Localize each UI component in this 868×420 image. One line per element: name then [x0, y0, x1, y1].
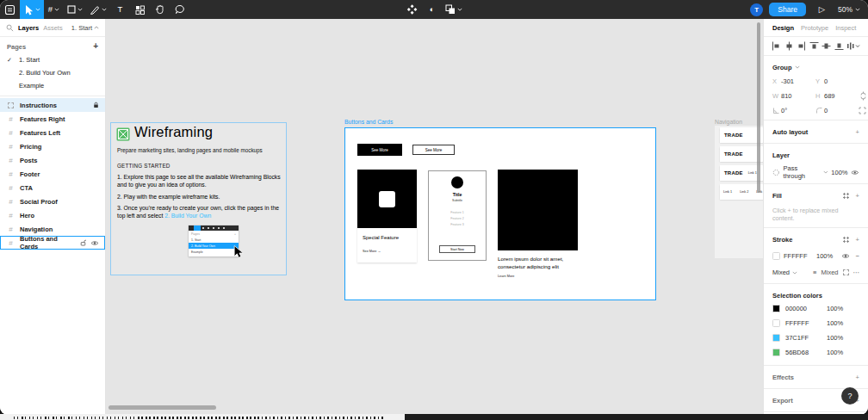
main-menu-button[interactable] [0, 0, 20, 19]
tab-inspect[interactable]: Inspect [835, 24, 856, 32]
stroke-more-options[interactable]: ⋯ [853, 269, 860, 276]
selection-color-row[interactable]: 56BD68 100% [772, 345, 859, 360]
layer-row-instructions[interactable]: Instructions [0, 98, 105, 112]
pen-tool-button[interactable] [86, 0, 110, 19]
text-tool-button[interactable]: T [110, 0, 130, 19]
align-right-icon[interactable] [797, 41, 806, 51]
selection-color-row[interactable]: 37C1FF 100% [772, 330, 859, 345]
color-swatch[interactable] [772, 319, 780, 327]
add-fill-button[interactable]: + [856, 192, 859, 200]
align-top-icon[interactable] [809, 41, 819, 51]
distribute-tidy-icon[interactable] [846, 41, 860, 51]
zoom-select[interactable]: 50% [838, 5, 860, 14]
color-swatch[interactable] [772, 334, 780, 342]
eye-icon[interactable] [90, 240, 99, 246]
corner-radius-value[interactable]: 0 [824, 107, 859, 114]
tab-layers[interactable]: Layers [18, 24, 39, 32]
tab-prototype[interactable]: Prototype [801, 24, 828, 32]
independent-corners-icon[interactable] [859, 107, 866, 114]
y-value[interactable]: 0 [824, 77, 859, 85]
special-feature-card[interactable]: Special Feature See More → [357, 170, 417, 262]
add-effect-button[interactable]: + [856, 374, 859, 381]
build-your-own-link[interactable]: 2. Build Your Own [164, 213, 211, 219]
stroke-position-dropdown[interactable]: Mixed [772, 269, 790, 276]
align-bottom-icon[interactable] [834, 41, 844, 51]
tab-assets[interactable]: Assets [43, 24, 63, 32]
page-item-start[interactable]: ✓ 1. Start [0, 53, 105, 66]
avatar[interactable]: T [750, 3, 763, 16]
rotation-value[interactable]: 0° [781, 107, 815, 114]
color-swatch[interactable] [772, 349, 780, 356]
selection-color-row[interactable]: FFFFFF 100% [772, 316, 859, 330]
add-page-button[interactable]: + [93, 42, 98, 51]
layer-row-buttons-and-cards[interactable]: # Buttons and Cards [0, 236, 105, 250]
stroke-opacity-value[interactable]: 100% [816, 252, 838, 260]
layer-row-social-proof[interactable]: # Social Proof [0, 195, 105, 208]
instructions-frame[interactable]: Wireframing Prepare marketing sites, lan… [110, 122, 287, 275]
mask-button[interactable]: ◐ [422, 0, 442, 19]
large-image-placeholder[interactable] [498, 170, 578, 250]
see-more-primary-button[interactable]: See More [357, 144, 402, 156]
share-button[interactable]: Share [769, 3, 806, 16]
vertical-scrollbar[interactable] [757, 22, 760, 193]
present-button[interactable]: ▷ [812, 0, 832, 19]
align-vertical-center-icon[interactable] [822, 41, 831, 51]
frame-label-navigation[interactable]: Navigation [715, 119, 742, 125]
styles-icon[interactable] [843, 237, 849, 243]
lock-icon[interactable] [93, 102, 99, 108]
height-value[interactable]: 689 [824, 92, 859, 100]
layer-row-navigation[interactable]: # Navigation [0, 222, 105, 236]
navigation-frame[interactable]: TRADE TRADE TRADE Link 1 Link 2 Link 1 L… [715, 126, 763, 258]
layer-row-posts[interactable]: # Posts [0, 153, 105, 167]
layer-row-footer[interactable]: # Footer [0, 167, 105, 181]
frame-tool-button[interactable]: # [44, 0, 64, 19]
stroke-hex-value[interactable]: FFFFFF [784, 252, 813, 260]
boolean-operations-button[interactable] [442, 0, 466, 19]
shape-tool-button[interactable] [64, 0, 86, 19]
align-horizontal-center-icon[interactable] [784, 41, 794, 51]
stroke-weight-value[interactable]: Mixed [821, 269, 838, 276]
horizontal-scrollbar[interactable] [108, 405, 216, 410]
eye-icon[interactable] [841, 253, 850, 259]
comment-tool-button[interactable] [170, 0, 189, 19]
nav-link[interactable]: Link 2 [740, 190, 748, 194]
eye-icon[interactable] [851, 170, 859, 176]
layer-row-pricing[interactable]: # Pricing [0, 139, 105, 153]
unlock-icon[interactable] [80, 239, 86, 246]
add-auto-layout-button[interactable]: + [856, 128, 859, 136]
page-item-example[interactable]: Example [0, 79, 105, 92]
remove-stroke-button[interactable]: − [856, 252, 859, 260]
layer-opacity-value[interactable]: 100% [831, 169, 847, 176]
nav-link[interactable]: Link 1 [723, 190, 732, 194]
learn-more-link[interactable]: Learn More [498, 275, 514, 278]
color-swatch[interactable] [772, 305, 780, 312]
layer-row-cta[interactable]: # CTA [0, 181, 105, 195]
search-icon[interactable] [6, 24, 14, 32]
nav-link[interactable]: Link 1 [748, 171, 757, 175]
create-component-button[interactable] [402, 0, 422, 19]
layer-row-hero[interactable]: # Hero [0, 208, 105, 222]
selection-color-row[interactable]: 000000 100% [772, 301, 859, 316]
blend-mode-dropdown[interactable]: Pass through [784, 164, 820, 180]
page-selector[interactable]: 1. Start [71, 24, 99, 32]
start-now-button[interactable]: Start Now [439, 245, 475, 253]
align-left-icon[interactable] [772, 41, 781, 51]
resources-button[interactable] [130, 0, 150, 19]
pricing-card[interactable]: Title Subtitle Feature 1 Feature 2 Featu… [428, 170, 487, 261]
tab-design[interactable]: Design [772, 24, 794, 32]
card-link[interactable]: See More → [363, 250, 417, 253]
canvas[interactable]: Wireframing Prepare marketing sites, lan… [106, 19, 763, 415]
constrain-proportions-icon[interactable] [860, 91, 866, 101]
layer-row-features-right[interactable]: # Features Right [0, 112, 105, 126]
page-item-build-your-own[interactable]: 2. Build Your Own [0, 66, 105, 79]
stroke-color-swatch[interactable] [772, 252, 780, 260]
move-tool-button[interactable] [20, 0, 44, 19]
x-value[interactable]: -301 [781, 77, 815, 85]
buttons-and-cards-frame[interactable]: See More See More Special Feature See Mo… [344, 127, 656, 300]
see-more-secondary-button[interactable]: See More [412, 145, 455, 155]
layer-row-features-left[interactable]: # Features Left [0, 126, 105, 139]
frame-label-buttons-and-cards[interactable]: Buttons and Cards [344, 119, 393, 125]
width-value[interactable]: 810 [781, 92, 815, 100]
hand-tool-button[interactable] [150, 0, 170, 19]
add-stroke-button[interactable]: + [856, 236, 859, 244]
